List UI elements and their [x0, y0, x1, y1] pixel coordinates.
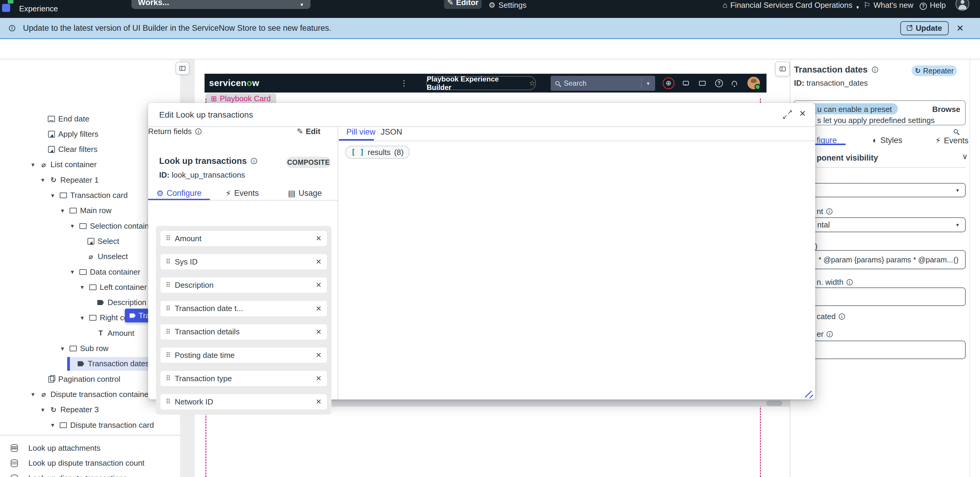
settings-button[interactable]: ⚙ Settings	[488, 1, 527, 10]
preview-user-avatar[interactable]	[748, 77, 760, 89]
caret-down-icon[interactable]: ▾	[51, 192, 60, 199]
banner-close-icon[interactable]: ✕	[956, 23, 964, 33]
return-field-row[interactable]: ⠿ Description ✕	[160, 277, 327, 293]
drag-handle-icon[interactable]: ⠿	[166, 328, 170, 336]
browse-link[interactable]: Browse	[932, 105, 960, 114]
remove-field-icon[interactable]: ✕	[316, 374, 321, 383]
remove-field-icon[interactable]: ✕	[316, 351, 321, 359]
help-button[interactable]: ? Help	[920, 1, 946, 10]
button-icon	[87, 237, 94, 245]
drag-handle-icon[interactable]: ⠿	[166, 351, 170, 359]
panel-component-title: Transaction dates	[794, 65, 868, 75]
drag-handle-icon[interactable]: ⠿	[166, 375, 170, 382]
tree-item[interactable]: ▾ ↻ Repeater 3	[0, 402, 180, 417]
orientation-select[interactable]: ntal ▼	[794, 217, 966, 232]
more-menu-icon[interactable]: ⋮	[400, 78, 408, 88]
close-icon[interactable]: ✕	[799, 110, 806, 118]
return-field-row[interactable]: ⠿ Transaction type ✕	[160, 370, 327, 386]
info-icon[interactable]: i	[195, 128, 202, 135]
data-resource-item[interactable]: Look up dispute transaction count	[0, 456, 145, 471]
collapse-right-panel-button[interactable]	[775, 62, 790, 76]
caret-down-icon[interactable]: ▾	[31, 161, 40, 169]
drag-handle-icon[interactable]: ⠿	[166, 305, 170, 313]
editor-button[interactable]: ✎ Editor	[444, 0, 482, 9]
drag-handle-icon[interactable]: ⠿	[166, 398, 170, 405]
caret-down-icon[interactable]: ▾	[31, 391, 40, 398]
drag-handle-icon[interactable]: ⠿	[166, 258, 170, 266]
chevron-down-icon[interactable]: ∨	[962, 152, 968, 161]
modal-tab-configure[interactable]: ⚙Configure	[148, 186, 210, 200]
info-icon[interactable]: i	[826, 208, 832, 215]
preview-search-box[interactable]: Search ▼	[550, 76, 655, 91]
info-icon[interactable]: i	[251, 158, 257, 164]
star-icon[interactable]: ☆	[529, 79, 535, 87]
workspace-selector[interactable]: Custom Activity UIs (CSM Configurable Wo…	[131, 0, 310, 9]
whats-new-button[interactable]: ⚐ What's new	[864, 1, 913, 10]
remove-field-icon[interactable]: ✕	[316, 398, 321, 406]
caret-down-icon[interactable]: ▾	[41, 406, 50, 413]
expand-icon[interactable]	[782, 110, 792, 120]
return-field-row[interactable]: ⠿ Sys ID ✕	[160, 254, 327, 270]
edit-return-fields-button[interactable]: ✎ Edit	[297, 127, 320, 136]
caret-down-icon[interactable]: ▾	[61, 207, 70, 214]
return-field-row[interactable]: ⠿ Transaction details ✕	[160, 324, 327, 340]
selected-component-tab[interactable]: ⊞ Playbook Card	[205, 93, 276, 104]
remove-field-icon[interactable]: ✕	[316, 258, 321, 266]
screen-icon[interactable]	[699, 74, 706, 92]
globe-icon[interactable]: ⊕	[663, 74, 675, 92]
remove-field-icon[interactable]: ✕	[316, 304, 321, 313]
drag-handle-icon[interactable]: ⠿	[166, 281, 170, 289]
chat-icon[interactable]	[683, 74, 689, 92]
caret-down-icon[interactable]: ▾	[71, 223, 80, 229]
chevron-down-icon[interactable]: ▼	[646, 81, 650, 86]
return-field-row[interactable]: ⠿ Transaction date t... ✕	[160, 301, 327, 317]
section-component-visibility[interactable]: ponent visibility	[817, 153, 878, 163]
panel-icon	[780, 67, 786, 72]
tab-styles[interactable]: ◐Styles	[872, 136, 902, 145]
caret-down-icon[interactable]: ▾	[81, 283, 89, 291]
preview-app-pill[interactable]: Play​book Experience Builder ☆	[426, 76, 536, 90]
bell-icon[interactable]	[732, 74, 737, 92]
caret-down-icon[interactable]: ▾	[41, 176, 50, 184]
modal-tab-usage[interactable]: ▤Usage	[283, 186, 327, 200]
eyeoff-icon: ⌀	[40, 390, 47, 398]
remove-field-icon[interactable]: ✕	[316, 234, 321, 243]
component-type-label: Repeater	[923, 67, 954, 75]
collapse-left-panel-button[interactable]	[176, 62, 189, 75]
info-icon[interactable]: i	[827, 331, 833, 337]
visibility-select[interactable]: ▼	[794, 183, 966, 197]
tab-json[interactable]: JSON	[381, 127, 402, 137]
remove-field-icon[interactable]: ✕	[316, 328, 321, 336]
scope-selector[interactable]: ⌂ Financial Services Card Operations ▼	[722, 1, 860, 10]
return-field-row[interactable]: ⠿ Posting date time ✕	[160, 347, 327, 363]
data-resource-item[interactable]: Look up dispute transactions	[0, 471, 127, 477]
return-field-row[interactable]: ⠿ Network ID ✕	[160, 394, 327, 410]
help-label: Help	[930, 1, 946, 10]
tag-icon	[97, 299, 104, 307]
modal-tab-events[interactable]: ⚡Events	[220, 186, 264, 200]
caret-down-icon[interactable]: ▾	[71, 268, 80, 275]
drag-handle-icon[interactable]: ⠿	[166, 235, 170, 242]
caret-down-icon[interactable]: ▾	[51, 421, 60, 429]
help-icon[interactable]: ?	[715, 74, 723, 92]
tab-pill-view[interactable]: Pill view	[346, 127, 375, 137]
caret-down-icon[interactable]: ▾	[61, 345, 70, 352]
info-icon[interactable]: i	[839, 313, 845, 320]
results-pill[interactable]: [ ] results (8)	[345, 146, 410, 159]
canvas-scrollbar-thumb[interactable]	[766, 401, 782, 406]
info-icon[interactable]: i	[846, 279, 853, 285]
caret-down-icon[interactable]: ▾	[81, 314, 89, 321]
text-input[interactable]	[794, 340, 966, 359]
search-icon[interactable]	[954, 129, 958, 134]
tab-events[interactable]: ⚡Events	[935, 136, 969, 145]
update-button[interactable]: Update	[900, 21, 949, 35]
remove-field-icon[interactable]: ✕	[316, 281, 321, 289]
panel-scroll-gutter[interactable]	[970, 59, 970, 477]
return-field-row[interactable]: ⠿ Amount ✕	[160, 231, 327, 246]
script-input[interactable]: * @param {params} params * @param... ()	[794, 250, 966, 269]
data-resource-item[interactable]: Look up attachments	[0, 440, 100, 455]
min-width-input[interactable]	[794, 288, 966, 306]
tree-item[interactable]: ▾ Dispute transaction card	[0, 418, 180, 432]
info-icon[interactable]: i	[872, 67, 878, 73]
user-avatar[interactable]	[956, 0, 969, 11]
